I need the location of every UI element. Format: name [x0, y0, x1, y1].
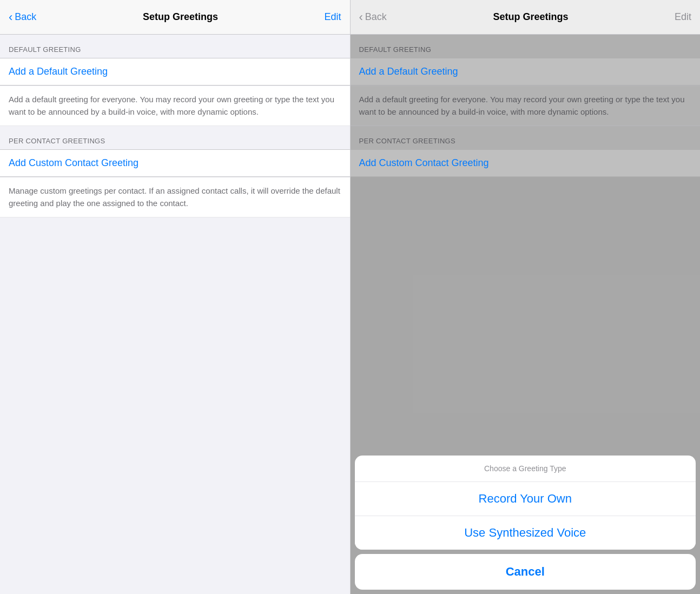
right-default-greeting-description: Add a default greeting for everyone. You… — [351, 85, 701, 126]
left-per-contact-section: Add Custom Contact Greeting — [0, 149, 350, 177]
left-default-greeting-section: Add a Default Greeting — [0, 58, 350, 85]
cancel-button[interactable]: Cancel — [355, 554, 696, 590]
record-your-own-button[interactable]: Record Your Own — [355, 482, 696, 516]
action-sheet-title: Choose a Greeting Type — [355, 456, 696, 482]
left-add-custom-contact-button[interactable]: Add Custom Contact Greeting — [0, 150, 350, 176]
right-nav-title: Setup Greetings — [493, 11, 568, 23]
left-back-button[interactable]: ‹ Back — [9, 10, 36, 24]
right-add-default-greeting-button[interactable]: Add a Default Greeting — [351, 58, 701, 85]
left-back-label: Back — [15, 11, 36, 23]
left-chevron-icon: ‹ — [9, 10, 12, 24]
left-per-contact-description: Manage custom greetings per contact. If … — [0, 177, 350, 217]
right-back-label: Back — [365, 11, 387, 23]
action-sheet-cancel-section: Cancel — [355, 554, 696, 590]
right-nav-bar: ‹ Back Setup Greetings Edit — [351, 0, 701, 35]
action-sheet-wrapper: Choose a Greeting Type Record Your Own U… — [351, 456, 701, 594]
right-edit-button[interactable]: Edit — [675, 11, 691, 23]
right-back-button[interactable]: ‹ Back — [359, 10, 387, 24]
left-edit-button[interactable]: Edit — [324, 11, 341, 23]
left-default-greeting-header: DEFAULT GREETING — [0, 35, 350, 58]
left-nav-title: Setup Greetings — [143, 11, 218, 23]
right-chevron-icon: ‹ — [359, 10, 363, 24]
right-default-greeting-header: DEFAULT GREETING — [351, 35, 701, 58]
left-nav-bar: ‹ Back Setup Greetings Edit — [0, 0, 350, 35]
action-sheet: Choose a Greeting Type Record Your Own U… — [355, 456, 696, 550]
right-add-custom-contact-button[interactable]: Add Custom Contact Greeting — [351, 150, 701, 176]
right-default-greeting-section: Add a Default Greeting — [351, 58, 701, 85]
use-synthesized-voice-button[interactable]: Use Synthesized Voice — [355, 516, 696, 550]
right-per-contact-header: PER CONTACT GREETINGS — [351, 126, 701, 149]
right-panel: ‹ Back Setup Greetings Edit DEFAULT GREE… — [351, 0, 701, 594]
left-default-greeting-description: Add a default greeting for everyone. You… — [0, 85, 350, 126]
left-add-default-greeting-button[interactable]: Add a Default Greeting — [0, 58, 350, 85]
left-panel: ‹ Back Setup Greetings Edit DEFAULT GREE… — [0, 0, 350, 594]
left-per-contact-header: PER CONTACT GREETINGS — [0, 126, 350, 149]
right-per-contact-section: Add Custom Contact Greeting — [351, 149, 701, 177]
